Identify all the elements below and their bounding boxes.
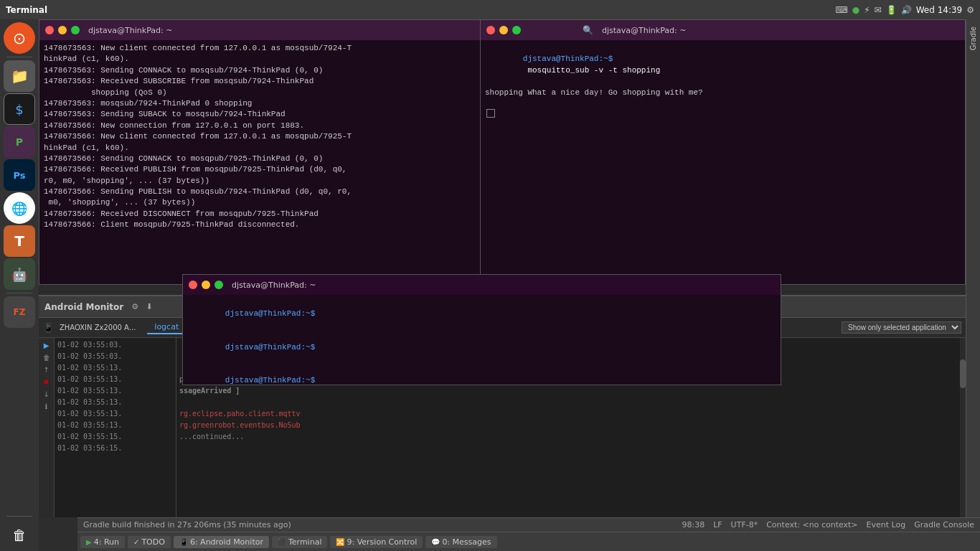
files-button[interactable]: 📁 <box>4 60 35 92</box>
terminal-right-body[interactable]: djstava@ThinkPad:~$ mosquitto_sub -v -t … <box>481 40 965 284</box>
term-line-6: 1478673563: Sending SUBACK to mosqsub/79… <box>44 109 493 120</box>
messages-button[interactable]: 💬 0: Messages <box>425 536 496 548</box>
run-button[interactable]: ▶ 4: Run <box>80 536 125 548</box>
terminal-button[interactable]: $ <box>4 93 35 125</box>
term-line-9: hinkPad (c1, k60). <box>44 143 493 154</box>
gutter-arrow-2: ↑ <box>41 364 52 375</box>
ubuntu-logo-button[interactable]: ⊙ <box>4 22 35 54</box>
ps-icon: Ps <box>13 170 25 181</box>
todo-button[interactable]: ✓ TODO <box>128 536 171 548</box>
term-line-10: 1478673566: Sending CONNACK to mosqpub/7… <box>44 154 493 164</box>
terminal-pub-body[interactable]: djstava@ThinkPad:~$ djstava@ThinkPad:~$ … <box>183 295 781 385</box>
time-display: Wed 14:39 <box>916 5 963 15</box>
term-line-1: hinkPad (c1, k60). <box>44 54 493 65</box>
right-close-btn[interactable] <box>486 26 495 34</box>
gutter-arrow-3: ↓ <box>41 388 52 400</box>
search-icon[interactable]: 🔍 <box>583 25 593 35</box>
settings-icon[interactable]: ⚙ <box>966 5 974 15</box>
ps-button[interactable]: Ps <box>4 159 35 191</box>
terminal-pub-titlebar: djstava@ThinkPad: ~ <box>183 275 781 295</box>
term-line-14: m0, 'shopping', ... (37 bytes)) <box>44 197 493 208</box>
term-line-5: 1478673563: mosqsub/7924-ThinkPad 0 shop… <box>44 98 493 109</box>
terminal-main-titlebar: djstava@ThinkPad: ~ <box>39 20 497 40</box>
pub-line-2: djstava@ThinkPad:~$ <box>187 364 776 385</box>
android-icon: 🤖 <box>11 267 27 282</box>
terminal-main-title: djstava@ThinkPad: ~ <box>88 26 172 35</box>
main-area: w ▶ 📁 res ▶ 📄 Gradle Scripts 99 <box>39 19 980 551</box>
terminal-right-titlebar: 🔍 djstava@ThinkPad: ~ <box>481 20 965 40</box>
monitor-settings-icon[interactable]: ⚙ <box>129 301 141 313</box>
trash-button[interactable]: 🗑 <box>4 519 35 551</box>
event-log-btn[interactable]: Event Log <box>867 520 906 529</box>
term-line-8: 1478673566: New client connected from 12… <box>44 131 493 142</box>
ide-button[interactable]: P <box>4 126 35 158</box>
rlog-line-7: rg.greenrobot.eventbus.NoSub <box>179 420 957 431</box>
log-line-2: 01-02 03:55:13. <box>57 362 173 374</box>
term-line-2: 1478673563: Sending CONNACK to mosqsub/7… <box>44 65 493 76</box>
taskbar: ▶ 4: Run ✓ TODO 📱 6: Android Monitor ⬛ T… <box>77 532 980 551</box>
term-line-7: 1478673566: New connection from 127.0.0.… <box>44 121 493 131</box>
log-line-7: 01-02 03:55:13. <box>57 420 173 431</box>
dock-separator-2 <box>6 293 32 293</box>
vc-icon: 🔀 <box>336 538 344 546</box>
pub-close-btn[interactable] <box>189 281 197 289</box>
todo-icon: ✓ <box>133 538 139 546</box>
gutter-trash-1: 🗑 <box>41 352 52 363</box>
gradle-console-btn[interactable]: Gradle Console <box>914 520 974 529</box>
terminal-right-title-search: 🔍 <box>583 25 593 35</box>
ubuntu-dock: ⊙ 📁 $ P Ps 🌐 T 🤖 FZ 🗑 <box>0 19 39 551</box>
monitor-icons: ⚙ ⬇ <box>129 301 155 313</box>
term-line-15: 1478673566: Received DISCONNECT from mos… <box>44 209 493 220</box>
log-line-8: 01-02 03:55:15. <box>57 431 173 443</box>
rlog-line-5 <box>179 397 957 408</box>
text-icon: T <box>14 232 24 250</box>
device-filter-select[interactable]: Show only selected application <box>842 321 961 334</box>
logcat-tab[interactable]: logcat <box>147 321 186 334</box>
gutter-error-1: ✖ <box>41 376 52 387</box>
right-max-btn[interactable] <box>512 26 521 34</box>
vc-label: 9: Version Control <box>347 537 417 547</box>
pub-line-1: djstava@ThinkPad:~$ <box>187 331 776 364</box>
sound-icon: 🔊 <box>901 5 912 15</box>
run-icon: ▶ <box>86 538 92 546</box>
right-cmd: mosquitto_sub -v -t shopping <box>523 66 660 75</box>
monitor-title: Android Monitor <box>44 302 123 312</box>
android-button[interactable]: 🤖 <box>4 258 35 290</box>
main-min-btn[interactable] <box>58 26 67 34</box>
terminal-taskbar-button[interactable]: ⬛ Terminal <box>272 536 328 548</box>
gradle-side-tab[interactable]: Gradle <box>969 27 977 50</box>
terminal-main-body[interactable]: 1478673563: New client connected from 12… <box>39 40 497 284</box>
pub-min-btn[interactable] <box>202 281 210 289</box>
monitor-scrollbar[interactable] <box>960 338 966 517</box>
cursor-position: 98:38 <box>682 520 705 529</box>
chrome-button[interactable]: 🌐 <box>4 192 35 224</box>
android-monitor-label: 6: Android Monitor <box>190 537 263 547</box>
monitor-download-icon[interactable]: ⬇ <box>143 301 155 313</box>
version-control-button[interactable]: 🔀 9: Version Control <box>330 536 423 548</box>
android-monitor-icon: 📱 <box>179 538 188 546</box>
filezilla-button[interactable]: FZ <box>4 296 35 328</box>
rlog-line-8: ...continued... <box>179 431 957 443</box>
trash-icon: 🗑 <box>12 527 27 544</box>
android-monitor-button[interactable]: 📱 6: Android Monitor <box>174 536 269 548</box>
terminal-window-pub: djstava@ThinkPad: ~ djstava@ThinkPad:~$ … <box>182 274 781 385</box>
text-button[interactable]: T <box>4 225 35 257</box>
device-icon: 📱 <box>43 323 54 333</box>
term-line-11: 1478673566: Received PUBLISH from mosqpu… <box>44 164 493 175</box>
main-close-btn[interactable] <box>45 26 54 34</box>
top-bar-left: Terminal <box>6 5 47 15</box>
fz-icon: FZ <box>14 307 26 317</box>
pub-max-btn[interactable] <box>215 281 223 289</box>
run-label: 4: Run <box>94 537 119 547</box>
status-right: 98:38 LF UTF-8* Context: <no context> Ev… <box>682 520 974 529</box>
messages-label: 0: Messages <box>442 537 491 547</box>
dock-separator-3 <box>6 516 32 517</box>
right-min-btn[interactable] <box>499 26 508 34</box>
mail-icon: ✉ <box>875 5 882 15</box>
ubuntu-icon: ⊙ <box>13 29 26 47</box>
right-output-line: shopping What a nice day! Go shopping wi… <box>485 88 961 98</box>
terminal-taskbar-icon: ⬛ <box>278 538 286 546</box>
main-max-btn[interactable] <box>71 26 80 34</box>
log-gutter: ▶ 🗑 ↑ ✖ ↓ ℹ <box>39 338 55 517</box>
monitor-scrollbar-thumb <box>960 359 966 388</box>
